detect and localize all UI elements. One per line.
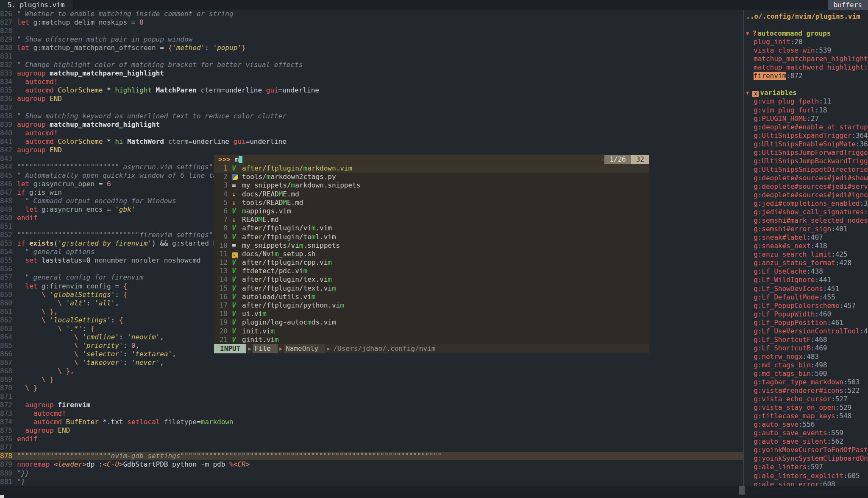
file-list-item[interactable]: 9Vafter/ftplugin/toml.vim: [214, 233, 649, 241]
sidebar-tag-item[interactable]: plug_init:20: [744, 38, 868, 46]
file-list-item[interactable]: 2tools/markdown2ctags.py: [214, 173, 649, 181]
code-line[interactable]: 867 \ 'takeover': 'never',: [0, 358, 743, 367]
sidebar-tag-item[interactable]: g:netrw_nogx:483: [744, 353, 868, 361]
sidebar-tag-item[interactable]: g:semshi#mark_selected_nodes: [744, 216, 868, 225]
sidebar-tag-item[interactable]: g:deoplete#sources#jedi#show: [744, 174, 868, 182]
sidebar-tag-item[interactable]: g:yoinkMoveCursorToEndOfPast: [744, 446, 868, 454]
sidebar-section-header[interactable]: ▼?autocommand groups: [744, 29, 868, 38]
code-line[interactable]: 833augroup matchup_matchparen_highlight: [0, 69, 743, 78]
code-line[interactable]: 881"}: [0, 478, 743, 486]
code-line[interactable]: 874 autocmd BufEnter *.txt setlocal file…: [0, 418, 743, 426]
sidebar-tag-item[interactable]: g:auto_save_events:559: [744, 429, 868, 437]
code-line[interactable]: 871: [0, 392, 743, 401]
code-line[interactable]: 877: [0, 443, 743, 452]
sidebar-tag-item[interactable]: g:Lf_PopupColorscheme:457: [744, 302, 868, 310]
sidebar-tag-item[interactable]: g:UltiSnipsJumpForwardTrigge: [744, 148, 868, 157]
code-line[interactable]: 826" Whether to enable matching inside c…: [0, 10, 743, 18]
file-list-item[interactable]: 16Vautoload/utils.vim: [214, 293, 649, 301]
code-line[interactable]: 837: [0, 104, 743, 112]
file-list-item[interactable]: 4↓docs/README.md: [214, 190, 649, 199]
sidebar-tag-item[interactable]: g:Lf_ShortcutF:468: [744, 336, 868, 344]
sidebar-tag-item[interactable]: g:vim_plug_fpath:11: [744, 97, 868, 106]
sidebar-tag-item[interactable]: g:md_ctags_bin:498: [744, 361, 868, 369]
sidebar-tag-item[interactable]: g:vim_plug_furl:18: [744, 106, 868, 115]
file-list-item[interactable]: 12Vafter/ftplugin/cpp.vim: [214, 258, 649, 267]
sidebar-tag-item[interactable]: g:ale_linters_explicit:605: [744, 472, 868, 480]
tab-active-buffer[interactable]: 5. plugins.vim: [0, 0, 72, 10]
sidebar-tag-item[interactable]: g:UltiSnipsExpandTrigger:364: [744, 131, 868, 140]
code-line[interactable]: 868 \ },: [0, 367, 743, 375]
file-list-item[interactable]: 19Vplugin/log-autocmds.vim: [214, 318, 649, 327]
sidebar-tag-item[interactable]: g:md_ctags_bin:500: [744, 369, 868, 378]
sidebar-tag-item[interactable]: g:yoinkSyncSystemClipboardOn: [744, 454, 868, 463]
code-line[interactable]: 834 autocmd!: [0, 78, 743, 86]
file-list-item[interactable]: 14Vafter/ftplugin/tex.vim: [214, 275, 649, 284]
code-line[interactable]: 841 autocmd ColorScheme * hi MatchWord c…: [0, 137, 743, 146]
sidebar-tag-item[interactable]: firenvim:872: [744, 72, 868, 80]
file-list-item[interactable]: 7↓README.md: [214, 215, 649, 224]
code-line[interactable]: 875 augroup END: [0, 426, 743, 435]
code-line[interactable]: 873 autocmd!: [0, 409, 743, 418]
tab-buffers[interactable]: buffers: [828, 0, 868, 10]
sidebar-tag-item[interactable]: g:Lf_UseCache:438: [744, 267, 868, 276]
sidebar-tag-item[interactable]: g:auto_save_silent:562: [744, 437, 868, 446]
fuzzy-search-input[interactable]: >>> m ◀ 1/26 32: [214, 155, 649, 164]
file-list-item[interactable]: 20Vinit.vim: [214, 327, 649, 336]
sidebar-tag-item[interactable]: g:PLUGIN_HOME:27: [744, 115, 868, 123]
code-line[interactable]: 878"""""""""""""""""""""""nvim-gdb setti…: [0, 452, 743, 460]
sidebar-tag-item[interactable]: g:Lf_ShowDevIcons:451: [744, 285, 868, 293]
sidebar-tag-item[interactable]: g:jedi#completions_enabled:3: [744, 199, 868, 208]
file-list-item[interactable]: 15Vafter/ftplugin/text.vim: [214, 284, 649, 293]
code-line[interactable]: 831: [0, 52, 743, 61]
sidebar-tag-item[interactable]: g:deoplete#sources#jedi#igno: [744, 191, 868, 199]
sidebar-tag-item[interactable]: g:sneak#label:407: [744, 233, 868, 242]
collapse-arrow-icon[interactable]: ▼: [746, 31, 749, 36]
sidebar-tag-item[interactable]: g:Lf_ShortcutB:469: [744, 344, 868, 353]
file-list-item[interactable]: 8Vafter/ftplugin/vim.vim: [214, 224, 649, 232]
code-line[interactable]: 836augroup END: [0, 95, 743, 103]
file-list-item[interactable]: 5↓tools/README.md: [214, 199, 649, 207]
sidebar-tag-item[interactable]: g:Lf_PopupWidth:460: [744, 310, 868, 319]
sidebar-section-header[interactable]: ▼xvariables: [744, 89, 868, 97]
code-line[interactable]: 870 \ }: [0, 384, 743, 392]
sidebar-tag-item[interactable]: g:jedi#show_call_signatures:: [744, 208, 868, 216]
code-line[interactable]: 829" Show offscreen match pair in popup …: [0, 35, 743, 44]
file-list-item[interactable]: 13Vftdetect/pdc.vim: [214, 267, 649, 275]
code-line[interactable]: 832" Change highlight color of matching …: [0, 61, 743, 69]
code-line[interactable]: 830let g:matchup_matchparen_offscreen = …: [0, 44, 743, 52]
sidebar-tag-item[interactable]: g:tagbar_type_markdown:503: [744, 378, 868, 386]
sidebar-tag-item[interactable]: g:UltiSnipsEnableSnipMate:36: [744, 140, 868, 148]
sidebar-tag-item[interactable]: g:UltiSnipsJumpBackwardTrigg: [744, 157, 868, 165]
code-line[interactable]: 869 \ }: [0, 375, 743, 384]
sidebar-tag-item[interactable]: g:ale_linters:597: [744, 463, 868, 471]
file-list-item[interactable]: 21Vginit.vim: [214, 336, 649, 344]
sidebar-tag-item[interactable]: g:UltiSnipsSnippetDirectorie: [744, 165, 868, 174]
code-line[interactable]: 879nnoremap <leader>dp :<C-U>GdbStartPDB…: [0, 460, 743, 469]
sidebar-tag-item[interactable]: g:Lf_DefaultMode:455: [744, 293, 868, 302]
code-line[interactable]: 840 autocmd!: [0, 129, 743, 137]
code-line[interactable]: 839augroup matchup_matchword_highlight: [0, 120, 743, 129]
file-list-item[interactable]: 11>_docs/Nvim_setup.sh: [214, 250, 649, 258]
file-list-item[interactable]: 17Vafter/ftplugin/python.vim: [214, 301, 649, 310]
code-line[interactable]: 828: [0, 27, 743, 35]
sidebar-tag-item[interactable]: g:sneak#s_next:418: [744, 242, 868, 250]
code-line[interactable]: 827let g:matchup_delim_noskips = 0: [0, 18, 743, 27]
sidebar-tag-item[interactable]: g:vista#renderer#icons:522: [744, 386, 868, 395]
file-list-item[interactable]: 3≡my_snippets/markdown.snippets: [214, 181, 649, 190]
sidebar-tag-item[interactable]: g:deoplete#enable_at_startup: [744, 123, 868, 131]
sidebar-tag-item[interactable]: g:vista_echo_cursor:527: [744, 395, 868, 403]
file-list-item[interactable]: 1Vafter/ftplugin/markdown.vim: [214, 164, 649, 173]
code-line[interactable]: 835 autocmd ColorScheme * highlight Matc…: [0, 86, 743, 95]
sidebar-tag-item[interactable]: g:ale_sign_error:608: [744, 480, 868, 486]
sidebar-tag-item[interactable]: g:Lf_WildIgnore:441: [744, 276, 868, 284]
code-line[interactable]: 838" Show matching keyword as underlined…: [0, 112, 743, 120]
code-line[interactable]: 842augroup END: [0, 146, 743, 154]
sidebar-tag-item[interactable]: g:Lf_UseVersionControlTool:4: [744, 327, 868, 336]
sidebar-tag-item[interactable]: g:semshi#error_sign:401: [744, 225, 868, 233]
file-list-item[interactable]: 10≡my_snippets/vim.snippets: [214, 241, 649, 250]
file-list-item[interactable]: 18Vui.vim: [214, 310, 649, 318]
file-list-item[interactable]: 6Vmappings.vim: [214, 207, 649, 215]
sidebar-tag-item[interactable]: matchup_matchword_highlight:: [744, 63, 868, 72]
collapse-arrow-icon[interactable]: ▼: [746, 90, 749, 96]
vista-sidebar[interactable]: ..o/.config/nvim/plugins.vim▼?autocomman…: [744, 10, 868, 486]
